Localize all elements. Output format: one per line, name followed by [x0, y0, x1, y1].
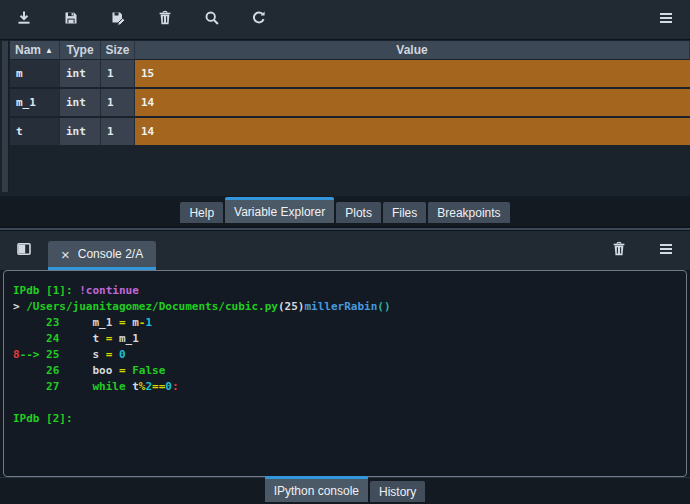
save-data-as-button[interactable] [108, 10, 128, 30]
variables-table: Nam ▲ Type Size Value m int 1 15 m_1 int… [0, 41, 690, 196]
console-segment: s [92, 348, 105, 361]
console-line: 27 while t%2==0: [13, 379, 677, 395]
new-window-icon [16, 241, 32, 260]
console-segment: (25) [278, 300, 305, 313]
console-header: × Console 2/A [0, 231, 690, 270]
console-line: IPdb [1]: !continue [13, 283, 677, 299]
console-segment: = [119, 364, 132, 377]
variable-size-cell[interactable]: 1 [101, 60, 135, 89]
console-segment: 0 [119, 348, 126, 361]
spyder-window: Nam ▲ Type Size Value m int 1 15 m_1 int… [0, 0, 690, 504]
variable-type-cell[interactable]: int [60, 89, 101, 118]
interrupt-kernel-button[interactable] [589, 241, 609, 261]
tab-files[interactable]: Files [383, 202, 426, 223]
console-output[interactable]: IPdb [1]: !continue> /Users/juanitagomez… [3, 270, 687, 477]
console-pane: × Console 2/A IPdb [1]: !continue> /User… [0, 231, 690, 504]
remove-variables-button[interactable] [155, 10, 175, 30]
save-as-icon [110, 10, 126, 29]
column-header-value[interactable]: Value [135, 41, 690, 60]
variable-value-cell[interactable]: 15 [135, 60, 690, 89]
console-segment: 23 [13, 316, 92, 329]
console-line: 8--> 25 s = 0 [13, 347, 677, 363]
console-segment: = [106, 348, 119, 361]
import-data-button[interactable] [14, 10, 34, 30]
column-header-type[interactable]: Type [60, 41, 101, 60]
console-line: 24 t = m_1 [13, 331, 677, 347]
trash-icon [157, 10, 173, 29]
variable-type-cell[interactable]: int [60, 118, 101, 147]
column-header-name[interactable]: Nam ▲ [10, 41, 60, 60]
remove-console-button[interactable] [609, 241, 629, 261]
table-row-header-strip [2, 41, 9, 192]
console-segment: = [119, 316, 132, 329]
console-line: 23 m_1 = m-1 [13, 315, 677, 331]
console-segment: () [377, 300, 390, 313]
tab-history[interactable]: History [370, 481, 425, 502]
console-segment: t [92, 332, 105, 345]
console-segment: m_1 [119, 332, 139, 345]
console-segment: 26 [13, 364, 92, 377]
console-segment: > [13, 300, 26, 313]
variable-name-cell[interactable]: t [10, 118, 60, 147]
variable-type-cell[interactable]: int [60, 60, 101, 89]
browse-tabs-button[interactable] [14, 241, 34, 261]
console-line: 26 boo = False [13, 363, 677, 379]
console-tab[interactable]: × Console 2/A [48, 241, 156, 270]
variable-value-cell[interactable]: 14 [135, 118, 690, 147]
variable-value-cell[interactable]: 14 [135, 89, 690, 118]
console-segment: : [172, 380, 179, 393]
console-segment: = [106, 332, 119, 345]
column-header-name-label: Nam [15, 43, 41, 57]
console-tabbar: IPython console History [0, 477, 690, 504]
console-segment: 8 [13, 348, 20, 361]
refresh-icon [251, 10, 267, 29]
console-segment: 1 [145, 316, 152, 329]
variable-name-cell[interactable]: m_1 [10, 89, 60, 118]
sort-ascending-icon: ▲ [45, 46, 53, 55]
console-line [13, 395, 677, 411]
menu-icon [658, 10, 674, 29]
save-data-button[interactable] [61, 10, 81, 30]
variable-name-cell[interactable]: m [10, 60, 60, 89]
console-tab-label: Console 2/A [78, 247, 143, 261]
close-icon[interactable]: × [61, 247, 70, 262]
console-segment: while [92, 380, 132, 393]
search-icon [204, 10, 220, 29]
console-segment: m_1 [92, 316, 119, 329]
tab-variable-explorer[interactable]: Variable Explorer [225, 197, 334, 223]
refresh-variables-button[interactable] [249, 10, 269, 30]
save-icon [63, 10, 79, 29]
console-segment: False [132, 364, 165, 377]
column-header-size[interactable]: Size [101, 41, 135, 60]
tab-breakpoints[interactable]: Breakpoints [428, 202, 509, 223]
variable-explorer-pane: Nam ▲ Type Size Value m int 1 15 m_1 int… [0, 0, 690, 226]
plugin-tabbar: Help Variable Explorer Plots Files Break… [0, 196, 690, 226]
tab-ipython-console[interactable]: IPython console [265, 476, 368, 502]
console-segment: == [152, 380, 165, 393]
console-segment: IPdb [1]: [13, 284, 79, 297]
console-line: IPdb [2]: [13, 411, 677, 427]
console-segment: 24 [13, 332, 92, 345]
variable-size-cell[interactable]: 1 [101, 118, 135, 147]
console-segment: boo [92, 364, 119, 377]
tab-plots[interactable]: Plots [336, 202, 381, 223]
variable-size-cell[interactable]: 1 [101, 89, 135, 118]
menu-icon [658, 241, 674, 260]
console-segment: m [132, 316, 139, 329]
console-options-button[interactable] [656, 241, 676, 261]
console-segment: !continue [79, 284, 139, 297]
console-line: > /Users/juanitagomez/Documents/cubic.py… [13, 299, 677, 315]
import-icon [16, 10, 32, 29]
console-segment: 0 [165, 380, 172, 393]
variable-explorer-options-button[interactable] [656, 10, 676, 30]
console-segment: /Users/juanitagomez/Documents/cubic.py [26, 300, 278, 313]
variable-explorer-toolbar [0, 0, 690, 40]
console-segment: 27 [13, 380, 92, 393]
console-segment: millerRabin [304, 300, 377, 313]
search-variable-button[interactable] [202, 10, 222, 30]
console-segment: t [132, 380, 139, 393]
tab-help[interactable]: Help [180, 202, 223, 223]
console-segment: --> 25 [20, 348, 93, 361]
trash-icon [611, 241, 627, 260]
variables-grid: Nam ▲ Type Size Value m int 1 15 m_1 int… [10, 41, 690, 147]
